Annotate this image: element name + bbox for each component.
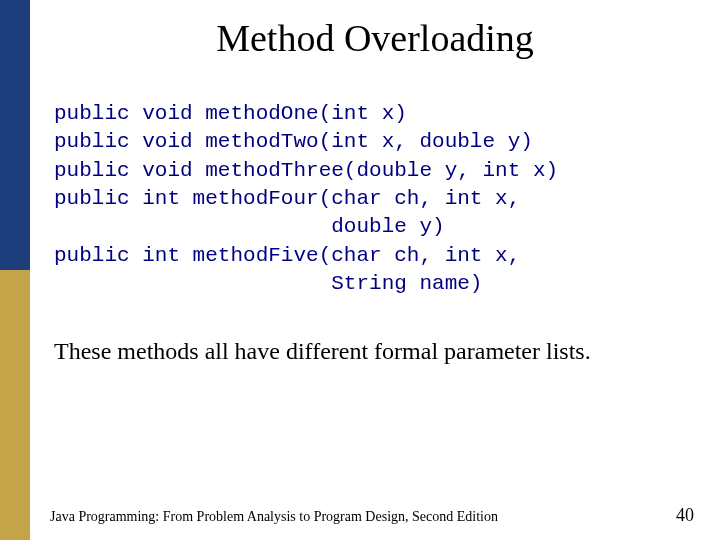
- footer: Java Programming: From Problem Analysis …: [50, 505, 700, 526]
- stripe-gold: [0, 270, 30, 540]
- footer-text: Java Programming: From Problem Analysis …: [50, 509, 498, 525]
- stripe-blue: [0, 0, 30, 270]
- sidebar-stripe: [0, 0, 30, 540]
- page-number: 40: [676, 505, 694, 526]
- slide: Method Overloading public void methodOne…: [0, 0, 720, 540]
- content-area: Method Overloading public void methodOne…: [30, 0, 720, 540]
- code-block: public void methodOne(int x) public void…: [54, 100, 720, 298]
- page-title: Method Overloading: [30, 16, 720, 60]
- body-text: These methods all have different formal …: [54, 336, 708, 366]
